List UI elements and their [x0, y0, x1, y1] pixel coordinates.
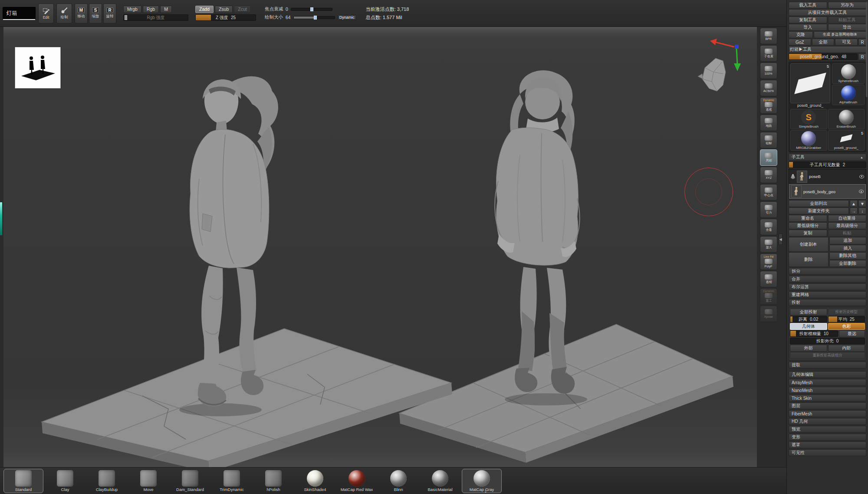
tray-item-move[interactable]: Move: [128, 469, 168, 493]
rename-button[interactable]: 重命名: [789, 215, 827, 222]
tool-thumb-1[interactable]: AlphaBrush: [832, 85, 865, 105]
visibility-eye-icon[interactable]: [859, 190, 864, 193]
tool-thumb-5[interactable]: 5poseB_ground_: [828, 130, 865, 151]
tray-item-clay[interactable]: Clay: [45, 469, 85, 493]
mrgb-button[interactable]: Mrgb: [123, 6, 141, 13]
tray-item-hpolish[interactable]: hPolish: [253, 469, 293, 493]
palette-section-2[interactable]: NanoMesh: [789, 387, 866, 394]
shelf-item-2[interactable]: 100%: [760, 63, 777, 79]
merge-section-header[interactable]: 合并: [789, 276, 866, 283]
subtool-paste-button[interactable]: 粘贴: [828, 230, 867, 237]
rgb-button[interactable]: Rgb: [143, 6, 159, 13]
paste-tool-button[interactable]: 粘贴工具: [828, 16, 867, 23]
delete-other-button[interactable]: 删除其他: [829, 252, 867, 260]
subtool-copy-button[interactable]: 复制: [789, 230, 827, 237]
move-to-folder-button[interactable]: →: [850, 207, 858, 214]
tray-item-dam-standard[interactable]: Dam_Standard: [170, 469, 210, 493]
duplicate-button[interactable]: 创建副本: [789, 237, 829, 252]
shelf-item-13[interactable]: Line FillPolyF: [760, 254, 777, 270]
shelf-item-1[interactable]: 子色素: [760, 45, 777, 62]
subtool-visible-count-slider[interactable]: 子工具可见数量 2: [789, 161, 866, 168]
shelf-item-15[interactable]: Dynamic重工: [760, 288, 777, 305]
project-section-header[interactable]: 投射: [789, 299, 866, 306]
transform-button-r[interactable]: R旋转: [103, 3, 116, 23]
remesh-section-header[interactable]: 重建网格: [789, 291, 866, 298]
project-shell-slider[interactable]: 投影外壳0: [790, 338, 865, 344]
project-color-toggle[interactable]: 色彩: [828, 323, 865, 330]
palette-section-8[interactable]: 变形: [789, 434, 866, 441]
shelf-item-5[interactable]: 地面: [760, 115, 777, 131]
shelf-item-9[interactable]: 中心点: [760, 184, 777, 201]
shelf-item-10[interactable]: 引力: [760, 201, 777, 218]
z-intensity-slider[interactable]: Z 强度 25: [195, 14, 256, 21]
clone-button[interactable]: 克隆: [789, 31, 813, 38]
farthest-button[interactable]: 最远: [839, 330, 865, 337]
project-mean-slider[interactable]: 平均25: [828, 316, 865, 323]
viewport-navigation-thumbnail[interactable]: [15, 47, 61, 89]
palette-section-10[interactable]: 可见性: [789, 449, 866, 456]
tool-r-button[interactable]: R: [858, 53, 866, 60]
palette-section-7[interactable]: 预览: [789, 426, 866, 433]
zsub-button[interactable]: Zsub: [215, 6, 233, 13]
palette-section-0[interactable]: 几何体编辑: [789, 371, 866, 378]
extract-section-header[interactable]: 提取: [789, 362, 866, 369]
reproject-subdiv-button[interactable]: 重新投影高级细分: [790, 352, 865, 359]
tray-item-matcap-gray[interactable]: MatCap Gray: [462, 469, 502, 493]
auto-reorder-button[interactable]: 自动重排: [828, 215, 867, 222]
subtool-thumbnail[interactable]: [791, 185, 802, 198]
append-button[interactable]: 追加: [829, 237, 867, 244]
move-out-folder-button[interactable]: ↓: [858, 207, 866, 214]
tool-thumb-2[interactable]: SSimpleBrush: [790, 109, 827, 129]
project-history-button[interactable]: 投射历史模型: [828, 309, 865, 316]
goz-r-button[interactable]: R: [858, 39, 866, 46]
focal-shift-slider[interactable]: 焦点衰减 0: [265, 6, 356, 12]
scroll-up-icon[interactable]: ▲: [860, 156, 863, 159]
export-button[interactable]: 导出: [828, 24, 867, 31]
rgb-intensity-slider[interactable]: Rgb 强度: [123, 14, 188, 21]
delete-all-button[interactable]: 全部删除: [829, 260, 867, 267]
panel-divider-handle[interactable]: ◀: [779, 234, 783, 245]
lightbox-button[interactable]: 灯箱: [3, 7, 36, 20]
tray-item-skinshade4[interactable]: SkinShade4: [295, 469, 335, 493]
subtool-section-header[interactable]: 子工具 ▲: [789, 154, 866, 161]
panel-scrollbar[interactable]: [866, 2, 868, 97]
tray-item-basicmaterial[interactable]: BasicMaterial: [420, 469, 460, 493]
paint-enable-icon[interactable]: [791, 174, 795, 179]
palette-section-1[interactable]: ArrayMesh: [789, 379, 866, 386]
load-tool-button[interactable]: 载入工具: [789, 2, 827, 9]
tray-item-standard[interactable]: Standard: [3, 469, 43, 493]
split-section-header[interactable]: 拆分: [789, 268, 866, 275]
palette-section-9[interactable]: 遮罩: [789, 441, 866, 448]
m-button[interactable]: M: [160, 6, 172, 13]
shelf-item-16[interactable]: Xpose: [760, 306, 777, 322]
goz-button[interactable]: GoZ: [789, 39, 811, 46]
subtool-up-button[interactable]: ▲: [850, 200, 858, 207]
shelf-item-6[interactable]: 组帧: [760, 132, 777, 148]
zadd-button[interactable]: Zadd: [195, 6, 214, 13]
dynamic-mode-tag[interactable]: Dynamic: [338, 15, 356, 20]
load-from-project-button[interactable]: 从项目文件载入工具: [789, 9, 866, 16]
tray-item-claybuildup[interactable]: ClayBuildup: [87, 469, 127, 493]
palette-section-5[interactable]: FiberMesh: [789, 410, 866, 417]
draw-size-slider[interactable]: 绘制大小 64 Dynamic: [265, 14, 356, 20]
zcut-button[interactable]: Zcut: [234, 6, 250, 13]
subtool-item-poseb[interactable]: poseB: [789, 169, 866, 184]
project-geometry-toggle[interactable]: 几何体: [790, 323, 827, 330]
tool-thumb-4[interactable]: MRGBZGrabber: [790, 130, 827, 151]
make-polymesh-button[interactable]: 生成 多边形网格物体: [814, 31, 867, 38]
project-distance-slider[interactable]: 距离0.02: [790, 316, 827, 323]
transform-button-s[interactable]: S缩放: [89, 3, 102, 23]
shelf-item-11[interactable]: 查看: [760, 219, 777, 235]
tray-item-trimdynamic[interactable]: TrimDynamic: [212, 469, 252, 493]
goz-all-button[interactable]: 全部: [812, 39, 835, 46]
shelf-item-7[interactable]: 局部: [760, 149, 777, 166]
inner-button[interactable]: 内部: [828, 345, 865, 352]
import-button[interactable]: 导入: [789, 24, 827, 31]
tray-item-blinn[interactable]: Blinn: [378, 469, 418, 493]
del-highest-subdiv-button[interactable]: 最高级细分: [828, 222, 867, 229]
boolean-section-header[interactable]: 布尔运算: [789, 283, 866, 290]
save-as-button[interactable]: 另存为: [828, 2, 867, 9]
del-lowest-subdiv-button[interactable]: 最低级细分: [789, 222, 827, 229]
goz-visible-button[interactable]: 可见: [835, 39, 858, 46]
tray-item-matcap-red-wax[interactable]: MatCap Red Wax: [337, 469, 377, 493]
